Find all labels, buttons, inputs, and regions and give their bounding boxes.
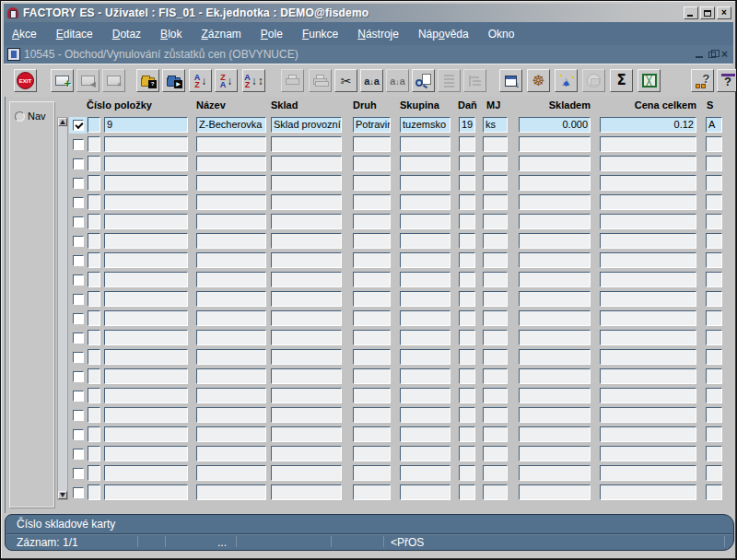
field-skupina[interactable] (400, 426, 450, 442)
delete-record-button[interactable]: × (102, 69, 125, 92)
field-nazev[interactable] (196, 214, 266, 229)
field-s[interactable] (706, 426, 722, 442)
field-mj[interactable] (483, 156, 508, 171)
field-druh[interactable] (353, 252, 391, 268)
field-cislo[interactable] (104, 407, 188, 423)
print-setup-button[interactable] (309, 69, 332, 92)
field-dan[interactable] (459, 310, 475, 326)
cut-button[interactable]: ✂ (334, 69, 357, 92)
calendar-lov-button[interactable]: ↓ (499, 69, 522, 92)
field-skupina[interactable] (400, 194, 450, 210)
field-aux[interactable] (88, 136, 100, 152)
export-excel-button[interactable]: ╳ (638, 69, 661, 92)
row-select-checkbox[interactable] (69, 310, 87, 327)
field-s[interactable] (706, 233, 722, 249)
field-skladem[interactable] (519, 368, 591, 384)
field-nazev[interactable] (196, 310, 266, 326)
field-mj[interactable] (483, 349, 508, 365)
field-nazev[interactable] (196, 156, 266, 171)
field-cena[interactable] (600, 156, 696, 171)
field-nazev[interactable]: Z-Becherovka (196, 117, 266, 133)
field-cena[interactable] (600, 368, 696, 384)
field-aux[interactable] (88, 426, 100, 442)
field-cislo[interactable] (104, 136, 188, 152)
field-dan[interactable] (459, 388, 475, 403)
row-select-checkbox[interactable] (69, 388, 87, 404)
field-s[interactable] (706, 156, 722, 171)
field-cena[interactable] (600, 291, 696, 307)
row-select-checkbox[interactable] (69, 156, 87, 172)
field-druh[interactable] (353, 446, 391, 461)
exit-button[interactable]: EXIT (14, 69, 37, 92)
field-nazev[interactable] (196, 368, 266, 384)
field-skupina[interactable] (400, 136, 450, 152)
field-mj[interactable] (483, 310, 508, 326)
row-select-checkbox[interactable] (69, 291, 87, 308)
field-nazev[interactable] (196, 465, 266, 481)
field-skladem[interactable] (519, 291, 591, 307)
sum-button[interactable]: Σ (610, 69, 633, 92)
field-mj[interactable] (483, 272, 508, 287)
field-cena[interactable] (600, 175, 696, 191)
wizard-button[interactable]: ▲ ◆ (555, 69, 578, 92)
field-cislo[interactable] (104, 465, 188, 481)
field-skladem[interactable] (519, 194, 591, 210)
field-dan[interactable] (459, 175, 475, 191)
field-skupina[interactable] (400, 388, 450, 403)
field-dan[interactable] (459, 194, 475, 210)
field-cislo[interactable] (104, 252, 188, 268)
field-s[interactable] (706, 330, 722, 345)
field-cislo[interactable] (104, 484, 188, 500)
execute-query-button[interactable]: ▶ (162, 69, 185, 92)
find-button[interactable] (412, 69, 435, 92)
field-druh[interactable] (353, 426, 391, 442)
field-mj[interactable] (483, 388, 508, 403)
field-nazev[interactable] (196, 194, 266, 210)
field-cena[interactable] (600, 349, 696, 365)
field-skupina[interactable]: tuzemsko (400, 117, 450, 133)
field-cislo[interactable] (104, 349, 188, 365)
menu-item-pole[interactable]: Pole (261, 28, 283, 41)
context-help-button[interactable]: ? (717, 69, 737, 92)
field-s[interactable] (706, 388, 722, 403)
field-cena[interactable] (600, 484, 696, 500)
mdi-minimize-icon[interactable] (696, 56, 703, 58)
row-select-checkbox[interactable] (69, 446, 87, 462)
field-dan[interactable] (459, 330, 475, 345)
row-select-checkbox[interactable] (69, 272, 87, 288)
field-dan[interactable] (459, 484, 475, 500)
field-skupina[interactable] (400, 446, 450, 461)
field-skladem[interactable] (519, 252, 591, 268)
field-skupina[interactable] (400, 156, 450, 171)
row-select-checkbox[interactable] (69, 136, 87, 153)
row-select-checkbox[interactable] (69, 233, 87, 250)
row-select-checkbox[interactable] (69, 484, 87, 501)
field-cislo[interactable] (104, 291, 188, 307)
field-mj[interactable] (483, 233, 508, 249)
field-nazev[interactable] (196, 446, 266, 461)
field-aux[interactable] (88, 407, 100, 423)
row-select-checkbox[interactable] (69, 407, 87, 424)
field-mj[interactable] (483, 175, 508, 191)
field-sklad[interactable] (271, 368, 342, 384)
field-dan[interactable]: 19 (459, 117, 475, 133)
field-aux[interactable] (88, 214, 100, 229)
field-cena[interactable] (600, 272, 696, 287)
field-druh[interactable] (353, 136, 391, 152)
field-s[interactable] (706, 310, 722, 326)
field-sklad[interactable] (271, 407, 342, 423)
field-aux[interactable] (88, 310, 100, 326)
field-s[interactable] (706, 272, 722, 287)
row-select-checkbox[interactable] (69, 252, 87, 269)
copy-button[interactable]: a↓a (360, 69, 383, 92)
field-cislo[interactable] (104, 175, 188, 191)
field-aux[interactable] (88, 194, 100, 210)
field-mj[interactable] (483, 194, 508, 210)
field-cena[interactable] (600, 136, 696, 152)
menu-item-dotaz[interactable]: Dotaz (112, 28, 141, 41)
field-aux[interactable] (88, 446, 100, 461)
field-cislo[interactable] (104, 272, 188, 287)
field-druh[interactable]: Potraviny (353, 117, 391, 133)
field-skladem[interactable] (519, 388, 591, 403)
field-druh[interactable] (353, 214, 391, 229)
